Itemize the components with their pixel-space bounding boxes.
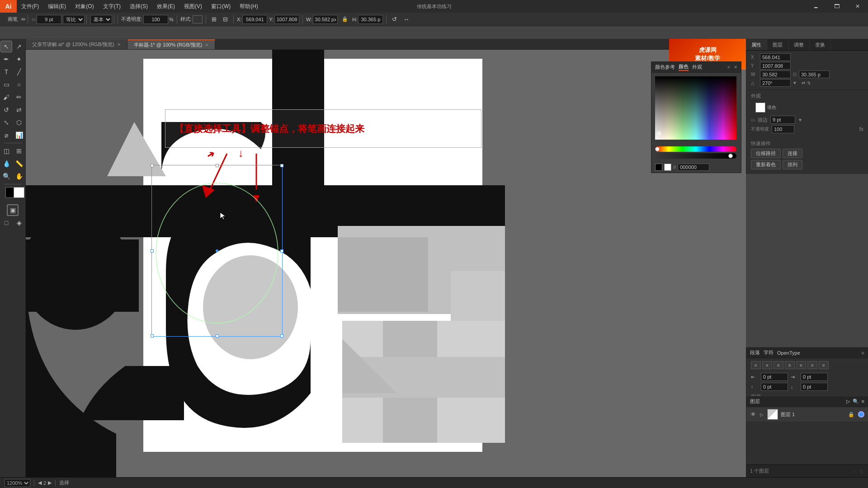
- rotate-tool[interactable]: ↺: [0, 104, 12, 116]
- path-offset-btn[interactable]: 位移路径: [751, 149, 781, 158]
- align-left-btn[interactable]: ≡: [751, 361, 761, 369]
- measure-tool[interactable]: 📏: [13, 158, 25, 169]
- selection-tool[interactable]: ↖: [0, 41, 12, 52]
- menu-help[interactable]: 帮助(H): [235, 0, 263, 13]
- tab-0-close[interactable]: ✕: [117, 42, 121, 47]
- rotate-btn[interactable]: ↺: [390, 15, 399, 23]
- maximize-button[interactable]: 🗖: [826, 0, 847, 13]
- tab-0[interactable]: 父亲节讲解.ai* @ 1200% (RGB/预览) ✕: [26, 39, 127, 49]
- color-cursor[interactable]: [657, 131, 661, 135]
- warp-tool[interactable]: ⌀: [0, 129, 12, 141]
- new-layer-btn[interactable]: +: [853, 468, 856, 474]
- space-before-input[interactable]: [761, 383, 788, 391]
- screen-mode[interactable]: □: [0, 217, 12, 229]
- align-btn[interactable]: ⊞: [209, 15, 219, 23]
- ts-h-input[interactable]: 30.365 p: [799, 70, 830, 78]
- height-input[interactable]: 30.365 p: [358, 15, 383, 24]
- justify-all-btn[interactable]: ≡: [819, 361, 829, 369]
- ellipse-tool[interactable]: ○: [13, 79, 25, 90]
- close-button[interactable]: ✕: [847, 0, 868, 13]
- appearance-tab[interactable]: 外观: [692, 64, 702, 70]
- color-panel-collapse[interactable]: ✕: [734, 65, 737, 70]
- x-input[interactable]: 569.041: [242, 15, 267, 24]
- flip-btn[interactable]: ↔: [401, 15, 411, 23]
- current-color-swatch[interactable]: [655, 164, 662, 171]
- opentype-tab[interactable]: OpenType: [777, 350, 800, 356]
- zoom-select[interactable]: 1200% 100% 50%: [5, 479, 30, 487]
- mirror-tool[interactable]: ⇄: [13, 104, 25, 116]
- space-after-input[interactable]: [801, 383, 828, 391]
- y-input[interactable]: 1007.808: [274, 15, 299, 24]
- view-normal[interactable]: ▣: [7, 204, 19, 216]
- menu-window[interactable]: 窗口(W): [207, 0, 235, 13]
- tab-layers[interactable]: 图层: [767, 39, 788, 50]
- zoom-tool[interactable]: 🔍: [0, 170, 12, 182]
- anchor-tool[interactable]: ✦: [13, 53, 25, 65]
- fx-button[interactable]: fx: [859, 126, 863, 132]
- distribute-btn[interactable]: ⊟: [221, 15, 230, 23]
- recolor-btn[interactable]: 重新着色: [751, 160, 781, 169]
- hue-thumb[interactable]: [655, 147, 660, 151]
- ts-x-input[interactable]: 568.041: [760, 53, 791, 61]
- connect-btn[interactable]: 连接: [783, 149, 802, 158]
- ts-angle-input[interactable]: [760, 79, 791, 87]
- alpha-slider[interactable]: [655, 153, 736, 159]
- ts-w-input[interactable]: 30.582: [760, 70, 791, 78]
- tab-transform[interactable]: 变换: [810, 39, 831, 50]
- alpha-thumb[interactable]: [728, 154, 733, 158]
- previous-color-swatch[interactable]: [664, 164, 671, 171]
- flip-h-icon[interactable]: ⇄: [802, 80, 805, 85]
- layers-expand-icon[interactable]: ▷: [846, 399, 850, 404]
- stroke-width-input[interactable]: 9 pt: [770, 116, 795, 124]
- arrange-btn[interactable]: 排列: [783, 160, 802, 169]
- constrain-btn[interactable]: 🔒: [340, 15, 350, 23]
- flip-v-icon[interactable]: ⇅: [807, 80, 811, 85]
- justify-center-btn[interactable]: ≡: [796, 361, 806, 369]
- minimize-button[interactable]: 🗕: [806, 0, 826, 13]
- direct-selection-tool[interactable]: ↗: [13, 41, 25, 52]
- opacity-prop-input[interactable]: 100: [772, 125, 794, 133]
- color-ref-tab[interactable]: 颜色参考: [655, 64, 675, 70]
- justify-left-btn[interactable]: ≡: [785, 361, 795, 369]
- opacity-input[interactable]: 100: [143, 15, 168, 24]
- width-input[interactable]: 30.582 px: [313, 15, 338, 24]
- pencil-tool[interactable]: ✏: [13, 91, 25, 103]
- tab-1-close[interactable]: ✕: [205, 42, 208, 47]
- stroke-weight-input[interactable]: 9 pt: [37, 15, 61, 24]
- align-right-btn[interactable]: ≡: [774, 361, 783, 369]
- layers-search-icon[interactable]: 🔍: [853, 399, 859, 404]
- stroke-color-box[interactable]: [14, 187, 24, 198]
- tab-1[interactable]: 半标题-1* @ 100% (RGB/预览) ✕: [127, 39, 216, 49]
- layers-more-icon[interactable]: ≡: [862, 399, 864, 404]
- menu-object[interactable]: 对象(O): [71, 0, 98, 13]
- pen-tool[interactable]: ✒: [0, 53, 12, 65]
- artboard-next[interactable]: ▶: [48, 480, 52, 486]
- indent-right-input[interactable]: [801, 373, 828, 381]
- hue-slider[interactable]: [655, 146, 736, 152]
- layer-lock-icon[interactable]: 🔒: [848, 412, 854, 418]
- menu-view[interactable]: 视图(V): [179, 0, 207, 13]
- stroke-profile-select[interactable]: 基本: [90, 15, 112, 24]
- graph-tool[interactable]: 📊: [13, 129, 25, 141]
- eyedropper-tool[interactable]: 💧: [0, 158, 12, 169]
- ts-y-input[interactable]: 1007.808: [760, 62, 791, 70]
- drawing-mode[interactable]: ◈: [13, 217, 25, 229]
- justify-right-btn[interactable]: ≡: [807, 361, 817, 369]
- gradient-tool[interactable]: ◫: [0, 145, 12, 157]
- char-tab[interactable]: 字符: [764, 349, 774, 356]
- fill-box[interactable]: [755, 103, 765, 113]
- line-tool[interactable]: ╱: [13, 66, 25, 78]
- align-center-btn[interactable]: ≡: [762, 361, 772, 369]
- brush-tool-btn[interactable]: 画笔: [5, 15, 20, 23]
- menu-edit[interactable]: 编辑(E): [43, 0, 71, 13]
- mesh-tool[interactable]: ⊞: [13, 145, 25, 157]
- paintbrush-tool[interactable]: 🖌: [0, 91, 12, 103]
- hex-input[interactable]: 000000: [678, 164, 709, 171]
- color-gradient-picker[interactable]: [655, 76, 736, 140]
- para-more[interactable]: ≡: [862, 350, 864, 356]
- scale-tool[interactable]: ⤡: [0, 117, 12, 128]
- color-tab-active[interactable]: 颜色: [679, 63, 689, 71]
- hand-tool[interactable]: ✋: [13, 170, 25, 182]
- tab-properties[interactable]: 属性: [746, 39, 767, 50]
- tab-adjustments[interactable]: 调整: [788, 39, 810, 50]
